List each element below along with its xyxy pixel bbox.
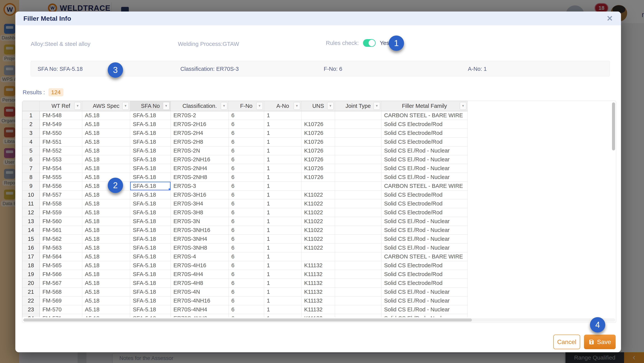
column-header-joint-type[interactable]: Joint Type▼ <box>335 101 382 111</box>
table-cell[interactable]: 6 <box>229 296 264 305</box>
table-cell[interactable] <box>335 314 382 317</box>
table-cell[interactable]: 1 <box>264 146 302 155</box>
table-cell[interactable]: Solid CS El./Rod - Nuclear <box>382 146 468 155</box>
table-cell[interactable]: A5.18 <box>82 279 130 288</box>
table-cell[interactable]: A5.18 <box>82 199 130 208</box>
table-cell[interactable]: Solid CS El./Rod - Nuclear <box>382 314 468 317</box>
row-number-cell[interactable]: 7 <box>22 164 40 173</box>
table-cell[interactable]: FM-567 <box>40 279 82 288</box>
table-cell[interactable]: A5.18 <box>82 305 130 314</box>
row-number-cell[interactable]: 22 <box>22 296 40 305</box>
table-cell[interactable]: ER70S-3H16 <box>171 191 229 199</box>
table-cell[interactable] <box>335 208 382 217</box>
table-cell[interactable] <box>335 288 382 296</box>
table-cell[interactable]: SFA-5.18 <box>130 199 171 208</box>
table-cell[interactable]: SFA-5.18 <box>130 235 171 243</box>
table-cell[interactable]: 1 <box>264 191 302 199</box>
table-cell[interactable]: Solid CS Electrode/Rod <box>382 261 468 270</box>
table-cell[interactable]: K11022 <box>302 199 335 208</box>
row-number-cell[interactable]: 23 <box>22 305 40 314</box>
table-cell[interactable]: Solid CS Electrode/Rod <box>382 191 468 199</box>
row-number-cell[interactable]: 17 <box>22 252 40 261</box>
table-cell[interactable] <box>335 235 382 243</box>
table-cell[interactable]: A5.18 <box>82 226 130 235</box>
table-cell[interactable]: ER70S-3 <box>171 182 229 191</box>
table-cell[interactable]: SFA-5.18 <box>130 129 171 138</box>
column-header-row-number[interactable] <box>22 101 40 111</box>
filter-icon[interactable]: ▼ <box>122 102 129 110</box>
table-cell[interactable]: FM-557 <box>40 191 82 199</box>
table-cell[interactable]: K10726 <box>302 138 335 146</box>
table-cell[interactable]: FM-555 <box>40 173 82 182</box>
row-number-cell[interactable]: 6 <box>22 155 40 164</box>
table-cell[interactable]: SFA-5.18 <box>130 288 171 296</box>
table-cell[interactable]: ER70S-4NH8 <box>171 314 229 317</box>
table-cell[interactable]: K11022 <box>302 208 335 217</box>
table-cell[interactable]: 1 <box>264 138 302 146</box>
row-number-cell[interactable]: 18 <box>22 261 40 270</box>
table-cell[interactable]: FM-554 <box>40 164 82 173</box>
column-header-classification-[interactable]: Classification.▼ <box>171 101 229 111</box>
filter-icon[interactable]: ▼ <box>256 102 263 110</box>
table-cell[interactable]: A5.18 <box>82 235 130 243</box>
row-number-cell[interactable]: 16 <box>22 243 40 252</box>
table-cell[interactable] <box>335 252 382 261</box>
table-cell[interactable]: SFA-5.18 <box>130 217 171 226</box>
table-cell[interactable]: Solid CS El./Rod - Nuclear <box>382 217 468 226</box>
row-number-cell[interactable]: 20 <box>22 279 40 288</box>
table-cell[interactable]: 6 <box>229 305 264 314</box>
table-cell[interactable]: K10726 <box>302 164 335 173</box>
table-cell[interactable]: 1 <box>264 252 302 261</box>
table-cell[interactable] <box>335 173 382 182</box>
row-number-cell[interactable]: 2 <box>22 120 40 129</box>
table-cell[interactable]: 1 <box>264 305 302 314</box>
column-header-uns[interactable]: UNS▼ <box>302 101 335 111</box>
table-cell[interactable]: SFA-5.18 <box>130 314 171 317</box>
table-cell[interactable]: A5.18 <box>82 173 130 182</box>
table-cell[interactable]: FM-559 <box>40 208 82 217</box>
table-cell[interactable]: 6 <box>229 314 264 317</box>
filter-icon[interactable]: ▼ <box>221 102 227 110</box>
table-cell[interactable]: Solid CS El./Rod - Nuclear <box>382 288 468 296</box>
table-cell[interactable]: 1 <box>264 279 302 288</box>
table-cell[interactable]: Solid CS El./Rod - Nuclear <box>382 173 468 182</box>
row-number-cell[interactable]: 19 <box>22 270 40 279</box>
row-number-cell[interactable]: 24 <box>22 314 40 317</box>
table-cell[interactable]: K11022 <box>302 235 335 243</box>
table-cell[interactable]: ER70S-4 <box>171 252 229 261</box>
table-cell[interactable]: K11022 <box>302 243 335 252</box>
filter-icon[interactable]: ▼ <box>74 102 81 110</box>
table-cell[interactable]: ER70S-2N <box>171 146 229 155</box>
table-cell[interactable]: 1 <box>264 226 302 235</box>
table-cell[interactable] <box>335 226 382 235</box>
table-cell[interactable]: ER70S-2NH4 <box>171 164 229 173</box>
table-cell[interactable]: 1 <box>264 182 302 191</box>
table-cell[interactable] <box>335 129 382 138</box>
close-icon[interactable]: ✕ <box>606 15 613 22</box>
table-cell[interactable]: 1 <box>264 120 302 129</box>
table-cell[interactable]: FM-548 <box>40 111 82 120</box>
table-cell[interactable]: 6 <box>229 164 264 173</box>
table-cell[interactable]: 1 <box>264 129 302 138</box>
table-cell[interactable]: SFA-5.18 <box>130 208 171 217</box>
table-cell[interactable]: SFA-5.18 <box>130 226 171 235</box>
table-cell[interactable]: 1 <box>264 235 302 243</box>
horizontal-scrollbar-thumb[interactable] <box>24 318 472 321</box>
column-header-aws-spec[interactable]: AWS Spec▼ <box>82 101 130 111</box>
table-cell[interactable]: ER70S-3H4 <box>171 199 229 208</box>
table-cell[interactable]: Solid CS Electrode/Rod <box>382 129 468 138</box>
column-header-f-no[interactable]: F-No▼ <box>229 101 264 111</box>
table-cell[interactable]: 6 <box>229 155 264 164</box>
table-cell[interactable]: A5.18 <box>82 155 130 164</box>
table-cell[interactable]: SFA-5.18 <box>130 261 171 270</box>
table-cell[interactable]: Solid CS Electrode/Rod <box>382 208 468 217</box>
column-header-wt-ref[interactable]: WT Ref▼ <box>40 101 82 111</box>
table-cell[interactable]: A5.18 <box>82 120 130 129</box>
cancel-button[interactable]: Cancel <box>553 334 580 349</box>
table-cell[interactable]: FM-563 <box>40 243 82 252</box>
table-cell[interactable]: K11022 <box>302 191 335 199</box>
filter-icon[interactable]: ▼ <box>327 102 334 110</box>
table-cell[interactable]: 6 <box>229 129 264 138</box>
table-cell[interactable]: K11022 <box>302 226 335 235</box>
filter-icon[interactable]: ▼ <box>460 102 466 110</box>
